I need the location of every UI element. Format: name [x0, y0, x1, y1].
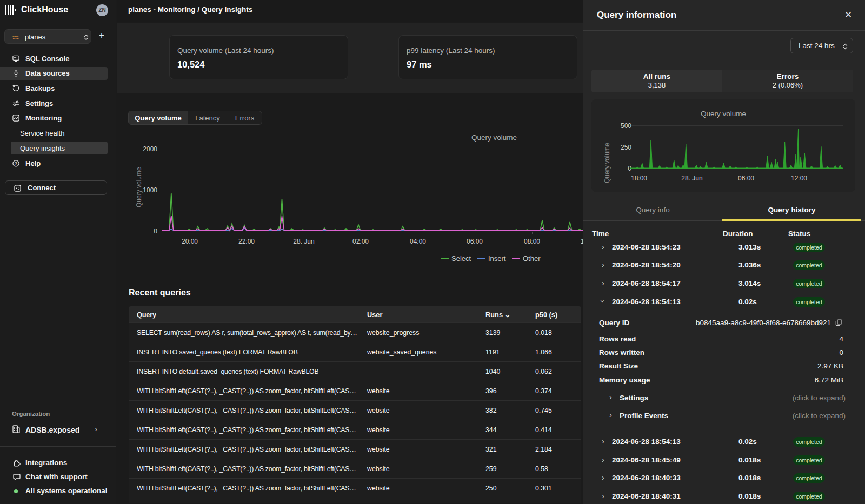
svg-text:?: ? [15, 160, 17, 165]
svg-text:aws: aws [12, 35, 19, 38]
